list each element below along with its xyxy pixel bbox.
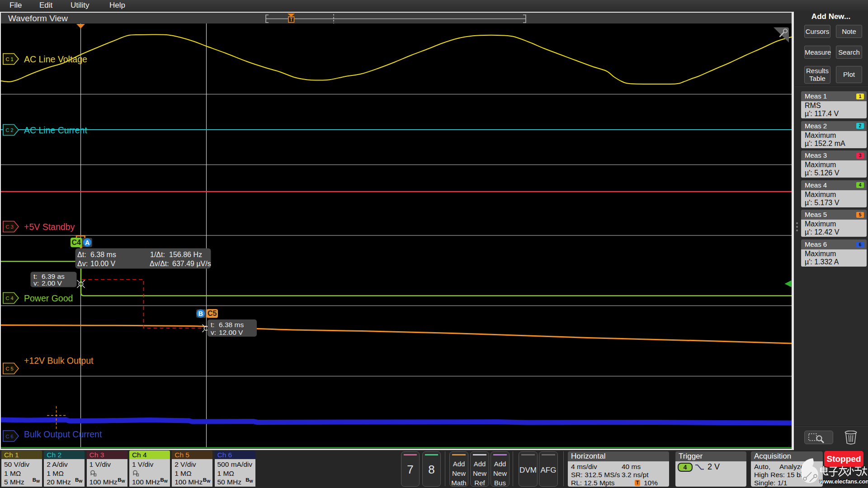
svg-text:6.38 ms: 6.38 ms bbox=[90, 251, 116, 258]
svg-text:2.00 V: 2.00 V bbox=[42, 279, 62, 287]
svg-text:v:: v: bbox=[33, 279, 39, 287]
svg-text:6.38 ms: 6.38 ms bbox=[219, 321, 244, 328]
svg-text:+12V Bulk Output: +12V Bulk Output bbox=[24, 356, 94, 366]
svg-text:Δt:: Δt: bbox=[77, 251, 86, 258]
svg-text:C4: C4 bbox=[71, 239, 81, 246]
svg-text:C 6: C 6 bbox=[5, 434, 13, 439]
svg-text:Δv:: Δv: bbox=[77, 260, 88, 267]
svg-text:10.00 V: 10.00 V bbox=[90, 260, 115, 267]
svg-text:C 5: C 5 bbox=[5, 366, 13, 371]
svg-text:AC Line Voltage: AC Line Voltage bbox=[24, 54, 87, 64]
svg-text:Δv/Δt:: Δv/Δt: bbox=[150, 260, 169, 267]
svg-text:A: A bbox=[85, 239, 90, 246]
svg-text:C 4: C 4 bbox=[5, 296, 13, 301]
svg-text:B: B bbox=[198, 310, 203, 317]
svg-text:1/Δt:: 1/Δt: bbox=[150, 251, 165, 258]
svg-text:Power Good: Power Good bbox=[24, 293, 73, 303]
svg-text:C5: C5 bbox=[208, 310, 217, 317]
svg-text:C 2: C 2 bbox=[5, 127, 13, 133]
svg-text:12.00 V: 12.00 V bbox=[219, 328, 243, 336]
svg-text:+5V Standby: +5V Standby bbox=[24, 222, 75, 232]
svg-text:AC Line Current: AC Line Current bbox=[24, 125, 87, 135]
svg-text:637.49 µV/s: 637.49 µV/s bbox=[172, 260, 211, 267]
svg-text:t:: t: bbox=[211, 321, 215, 328]
svg-text:v:: v: bbox=[211, 328, 216, 336]
svg-text:C 3: C 3 bbox=[5, 224, 13, 230]
svg-text:C 1: C 1 bbox=[5, 56, 13, 62]
svg-text:156.86 Hz: 156.86 Hz bbox=[169, 251, 202, 258]
svg-text:Bulk Output Current: Bulk Output Current bbox=[24, 429, 102, 439]
